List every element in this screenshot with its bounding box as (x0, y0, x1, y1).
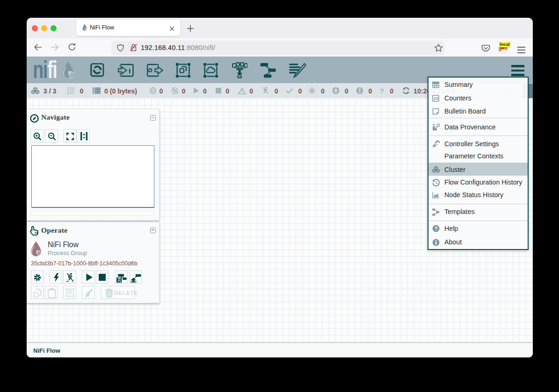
svg-text:23: 23 (433, 96, 438, 101)
svg-text:?: ? (434, 226, 437, 231)
